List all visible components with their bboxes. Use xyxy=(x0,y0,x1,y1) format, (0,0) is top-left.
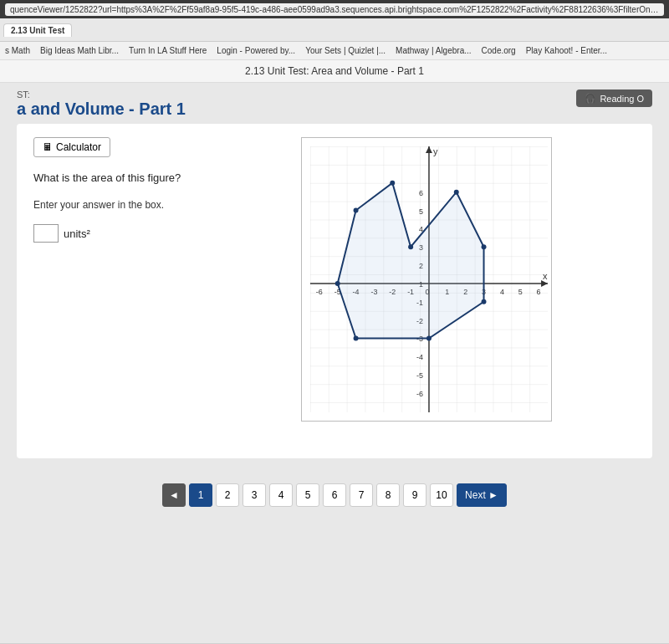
svg-text:4: 4 xyxy=(500,288,504,296)
svg-point-36 xyxy=(482,299,487,304)
question-text: What is the area of this figure? xyxy=(33,171,201,186)
answer-note: Enter your answer in the box. xyxy=(33,199,201,211)
page-button-9[interactable]: 9 xyxy=(403,483,426,507)
url-bar[interactable]: quenceViewer/1252822?url=https%3A%2F%2Ff… xyxy=(5,3,664,16)
calculator-icon: 🖩 xyxy=(43,141,53,153)
svg-text:-6: -6 xyxy=(416,390,423,398)
svg-point-34 xyxy=(354,336,359,341)
svg-point-35 xyxy=(426,336,432,341)
page-button-3[interactable]: 3 xyxy=(243,483,266,507)
test-label: ST: xyxy=(17,89,186,100)
page-button-6[interactable]: 6 xyxy=(323,483,346,507)
bookmark-kahoot[interactable]: Play Kahoot! - Enter... xyxy=(526,46,607,55)
page-button-10[interactable]: 10 xyxy=(430,483,453,507)
svg-text:-5: -5 xyxy=(416,371,423,380)
svg-point-39 xyxy=(408,244,413,249)
page-button-1[interactable]: 1 xyxy=(189,483,212,507)
page-button-8[interactable]: 8 xyxy=(376,483,400,507)
bookmark-quizlet[interactable]: Your Sets | Quizlet |... xyxy=(305,46,386,55)
page-button-5[interactable]: 5 xyxy=(296,483,319,507)
reading-button[interactable]: 🎧 Reading O xyxy=(576,89,652,107)
bookmark-math[interactable]: s Math xyxy=(5,46,30,55)
tabs-bar: 2.13 Unit Test xyxy=(0,18,669,42)
bookmarks-bar: s Math Big Ideas Math Libr... Turn In LA… xyxy=(0,42,669,60)
test-title-block: ST: a and Volume - Part 1 xyxy=(17,89,186,119)
svg-text:-6: -6 xyxy=(316,288,323,296)
page-title: 2.13 Unit Test: Area and Volume - Part 1 xyxy=(245,65,424,77)
page-header: 2.13 Unit Test: Area and Volume - Part 1 xyxy=(0,60,669,83)
bookmark-mathway[interactable]: Mathway | Algebra... xyxy=(396,46,471,55)
svg-point-40 xyxy=(390,181,395,186)
page-button-7[interactable]: 7 xyxy=(350,483,373,507)
bookmark-big-ideas[interactable]: Big Ideas Math Libr... xyxy=(40,46,119,55)
page-button-2[interactable]: 2 xyxy=(216,483,239,507)
answer-input[interactable] xyxy=(33,224,59,243)
browser-chrome: quenceViewer/1252822?url=https%3A%2F%2Ff… xyxy=(0,0,669,18)
units-label: units² xyxy=(64,227,90,240)
svg-point-37 xyxy=(482,244,487,249)
svg-text:6: 6 xyxy=(419,189,423,197)
svg-point-38 xyxy=(454,190,459,195)
content-area: ST: a and Volume - Part 1 🎧 Reading O 🖩 … xyxy=(0,83,669,643)
answer-row: units² xyxy=(33,224,201,243)
svg-text:y: y xyxy=(433,146,438,156)
svg-text:5: 5 xyxy=(419,207,423,216)
test-header: ST: a and Volume - Part 1 🎧 Reading O xyxy=(17,89,652,119)
headphones-icon: 🎧 xyxy=(585,93,596,104)
test-title: a and Volume - Part 1 xyxy=(17,100,186,119)
bookmark-turn-in[interactable]: Turn In LA Stuff Here xyxy=(129,46,207,55)
bookmark-codedorg[interactable]: Code.org xyxy=(482,46,516,55)
svg-text:6: 6 xyxy=(537,288,541,296)
question-card: 🖩 Calculator What is the area of this fi… xyxy=(17,124,652,458)
svg-text:x: x xyxy=(543,271,548,281)
svg-text:5: 5 xyxy=(518,288,523,296)
page-button-4[interactable]: 4 xyxy=(269,483,293,507)
question-left-panel: 🖩 Calculator What is the area of this fi… xyxy=(33,137,201,445)
active-tab[interactable]: 2.13 Unit Test xyxy=(3,23,72,37)
svg-point-33 xyxy=(335,281,340,286)
coordinate-graph: x y 0 1 2 3 4 5 6 -1 -2 -3 -4 -5 -6 1 2 xyxy=(301,137,552,422)
svg-text:-4: -4 xyxy=(416,353,423,361)
pagination-bar: ◄ 1 2 3 4 5 6 7 8 9 10 Next ► xyxy=(17,475,652,515)
calculator-button[interactable]: 🖩 Calculator xyxy=(33,137,110,157)
prev-button[interactable]: ◄ xyxy=(162,483,186,507)
graph-area: x y 0 1 2 3 4 5 6 -1 -2 -3 -4 -5 -6 1 2 xyxy=(217,137,636,445)
bookmark-login[interactable]: Login - Powered by... xyxy=(217,46,295,55)
next-button[interactable]: Next ► xyxy=(457,483,507,507)
svg-point-41 xyxy=(354,208,359,213)
